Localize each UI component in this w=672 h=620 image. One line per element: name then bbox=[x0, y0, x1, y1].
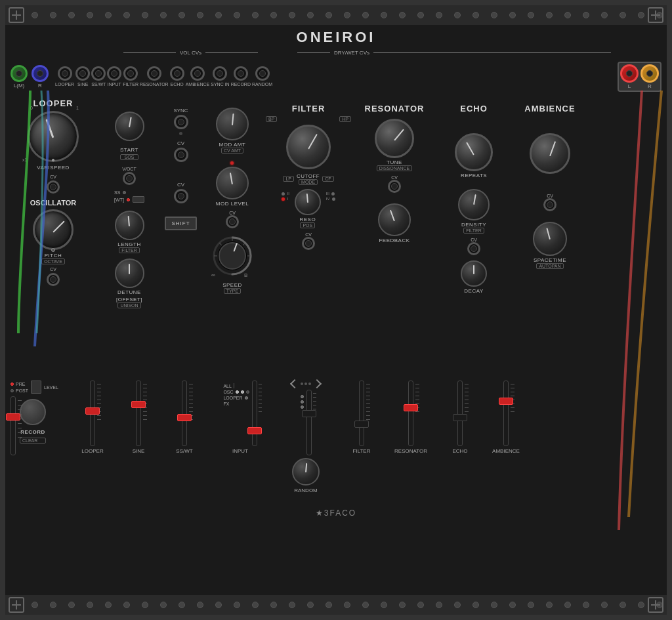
jack-cv-sswt[interactable]: SS/WT bbox=[91, 66, 106, 87]
rail-dot bbox=[436, 602, 442, 608]
resonator-cv-input[interactable] bbox=[388, 180, 401, 193]
jack-cv-record[interactable]: RECORD bbox=[231, 66, 251, 87]
ambience-main-wrapper bbox=[530, 133, 570, 174]
filter-cv-input[interactable] bbox=[302, 237, 315, 250]
spacetime-knob[interactable] bbox=[533, 222, 567, 256]
echo-fader-label: ECHO bbox=[452, 448, 467, 454]
mod-cv-input[interactable] bbox=[226, 215, 239, 228]
level-label: LEVEL bbox=[44, 385, 58, 390]
rail-dot bbox=[270, 12, 277, 18]
mod-amt-knob[interactable] bbox=[216, 108, 249, 140]
ambience-cv-input[interactable] bbox=[543, 198, 556, 211]
rail-corner-tl bbox=[9, 7, 24, 23]
mod-level-label: MOD LEVEL bbox=[216, 201, 249, 207]
shift-btn[interactable]: SHIFT bbox=[165, 217, 196, 230]
pre-toggle[interactable]: PRE bbox=[10, 382, 28, 386]
level-fader[interactable] bbox=[10, 396, 16, 455]
bp-label: BP bbox=[266, 116, 277, 122]
rail-dot bbox=[326, 12, 332, 18]
looper-section-label: LOOPER bbox=[33, 98, 74, 108]
cv-jack-2[interactable] bbox=[174, 189, 188, 203]
rail-dot bbox=[160, 602, 167, 608]
corner-cross-bl-icon bbox=[12, 600, 21, 610]
dissonance-label: DISSONANCE bbox=[377, 165, 412, 171]
jacks-row: L(M) R LOOPER SINE SS/WT INPUT bbox=[5, 58, 667, 96]
jack-cv-random[interactable]: RANDOM bbox=[252, 66, 272, 87]
jack-cv-syncin[interactable]: SYNC IN bbox=[211, 66, 229, 87]
rail-dot bbox=[454, 602, 461, 608]
jack-out-l[interactable]: L bbox=[620, 64, 639, 90]
brand-label: ★3FACO bbox=[5, 506, 667, 520]
ambience-cv-jack: CV bbox=[543, 194, 556, 211]
record-button[interactable] bbox=[20, 399, 46, 425]
knob-marker-1x: 1 bbox=[76, 106, 79, 110]
looper-fader[interactable] bbox=[90, 381, 95, 446]
random-knob[interactable] bbox=[292, 458, 320, 486]
looper-section: LOOPER 0 1 x1 VARISPEED CV OSCILLATOR bbox=[10, 98, 96, 375]
jack-cv-looper[interactable]: LOOPER bbox=[55, 66, 74, 87]
post-toggle[interactable]: POST bbox=[10, 388, 28, 393]
oscillator-knob[interactable] bbox=[33, 209, 74, 250]
arrow-right-icon[interactable] bbox=[312, 379, 322, 388]
sos-label: SOS bbox=[120, 154, 138, 160]
ambience-fader[interactable] bbox=[503, 381, 509, 446]
repeats-knob[interactable] bbox=[455, 133, 493, 171]
echo-cv-input[interactable] bbox=[467, 242, 480, 255]
feedback-knob[interactable] bbox=[378, 203, 411, 236]
jack-cv-resonator[interactable]: RESONATOR bbox=[140, 66, 169, 87]
rail-dot bbox=[399, 602, 406, 608]
rail-corner-bl bbox=[9, 597, 24, 613]
length-knob[interactable] bbox=[115, 211, 144, 240]
shift-button-label[interactable]: SHIFT bbox=[165, 217, 196, 230]
fx-routing-label: FX bbox=[223, 402, 229, 406]
amount-fader[interactable] bbox=[306, 390, 312, 455]
jack-cv-ambience[interactable]: AMBIENCE bbox=[186, 66, 210, 87]
jack-in-r[interactable]: R bbox=[32, 65, 49, 89]
mod-level-knob[interactable] bbox=[216, 167, 249, 199]
osc-routing-dot[interactable] bbox=[236, 390, 239, 394]
level-fader-area: RECORD CLEAR bbox=[10, 396, 46, 455]
jack-cv-sine[interactable]: SINE bbox=[75, 66, 90, 87]
rail-dot bbox=[583, 602, 589, 608]
record-label: RECORD bbox=[20, 429, 46, 435]
jack-out-r[interactable]: R bbox=[640, 64, 659, 90]
start-knob[interactable] bbox=[115, 112, 144, 141]
reso-knob[interactable] bbox=[295, 189, 321, 215]
rail-dot bbox=[123, 602, 130, 608]
sine-fader[interactable] bbox=[136, 381, 141, 446]
decay-knob[interactable] bbox=[461, 260, 487, 287]
cv-jack-1[interactable] bbox=[174, 148, 188, 162]
filter-fader[interactable] bbox=[359, 381, 364, 446]
detune-knob[interactable] bbox=[115, 258, 144, 288]
sswt-fader[interactable] bbox=[182, 381, 187, 446]
jack-in-l[interactable]: L(M) bbox=[10, 65, 28, 89]
rail-dot bbox=[381, 12, 387, 18]
pre-label: PRE bbox=[16, 382, 25, 386]
jack-cv-filter[interactable]: FILTER bbox=[123, 66, 138, 87]
echo-fader[interactable] bbox=[457, 381, 463, 446]
jack-cv-echo[interactable]: ECHO bbox=[170, 66, 184, 87]
sync-jack[interactable] bbox=[174, 115, 188, 129]
jack-cv-input[interactable]: INPUT bbox=[107, 66, 121, 87]
repeats-wrapper: REPEATS bbox=[455, 133, 493, 178]
arrow-left-icon[interactable] bbox=[290, 379, 299, 388]
rail-dot bbox=[638, 602, 644, 608]
resonator-fader[interactable] bbox=[408, 381, 413, 446]
amount-dots bbox=[301, 395, 304, 409]
level-slider-thumb[interactable] bbox=[6, 413, 20, 421]
rail-corner-br bbox=[648, 597, 663, 613]
sync-led bbox=[179, 132, 182, 135]
tune-knob[interactable] bbox=[375, 119, 414, 158]
looper-fader-label: LOOPER bbox=[81, 448, 103, 454]
pos-markers: II I bbox=[282, 192, 289, 201]
ambience-knob[interactable] bbox=[530, 133, 570, 174]
sswt-toggle: SS [WT] bbox=[114, 190, 144, 203]
density-knob[interactable] bbox=[458, 189, 490, 220]
rail-dot bbox=[234, 602, 240, 608]
filter-main-knob[interactable] bbox=[286, 125, 331, 169]
prepost-box[interactable] bbox=[31, 381, 41, 394]
routing-fader[interactable] bbox=[252, 381, 257, 446]
filter-cutoff-row: LP CUTOFF MODE CF bbox=[283, 172, 333, 185]
input-fader-group: ALL OSC LOOPER bbox=[207, 381, 273, 454]
looper-main-knob[interactable] bbox=[28, 111, 79, 162]
